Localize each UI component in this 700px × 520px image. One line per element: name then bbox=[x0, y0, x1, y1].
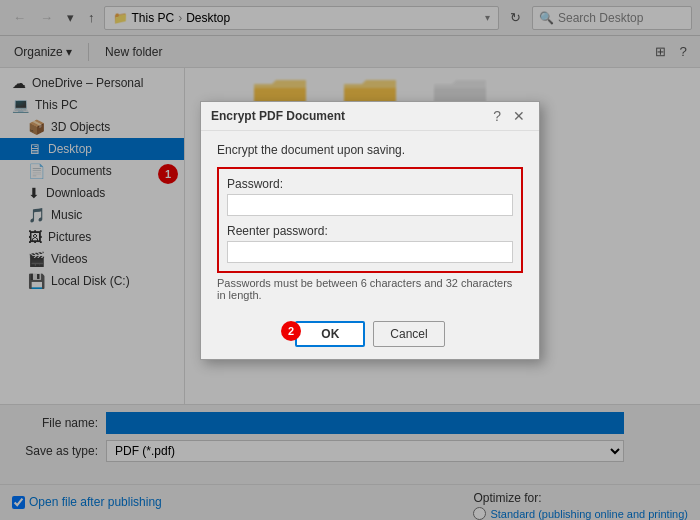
encrypt-modal: Encrypt PDF Document ? ✕ Encrypt the doc… bbox=[200, 101, 540, 360]
reenter-label: Reenter password: bbox=[227, 224, 513, 238]
ok-button[interactable]: OK bbox=[295, 321, 365, 347]
modal-body: Encrypt the document upon saving. Passwo… bbox=[201, 131, 539, 313]
modal-controls: ? ✕ bbox=[489, 108, 529, 124]
modal-title-bar: Encrypt PDF Document ? ✕ bbox=[201, 102, 539, 131]
modal-help-button[interactable]: ? bbox=[489, 108, 505, 124]
modal-hint: Passwords must be between 6 characters a… bbox=[217, 277, 523, 301]
modal-cancel-button[interactable]: Cancel bbox=[373, 321, 444, 347]
modal-close-button[interactable]: ✕ bbox=[509, 108, 529, 124]
step2-badge: 2 bbox=[281, 321, 301, 341]
modal-title: Encrypt PDF Document bbox=[211, 109, 345, 123]
modal-description: Encrypt the document upon saving. bbox=[217, 143, 523, 157]
password-input[interactable] bbox=[227, 194, 513, 216]
modal-overlay: Encrypt PDF Document ? ✕ Encrypt the doc… bbox=[0, 0, 700, 520]
reenter-input[interactable] bbox=[227, 241, 513, 263]
modal-field-group: Password: Reenter password: bbox=[217, 167, 523, 273]
modal-footer: 2 OK Cancel bbox=[201, 313, 539, 359]
password-label: Password: bbox=[227, 177, 513, 191]
